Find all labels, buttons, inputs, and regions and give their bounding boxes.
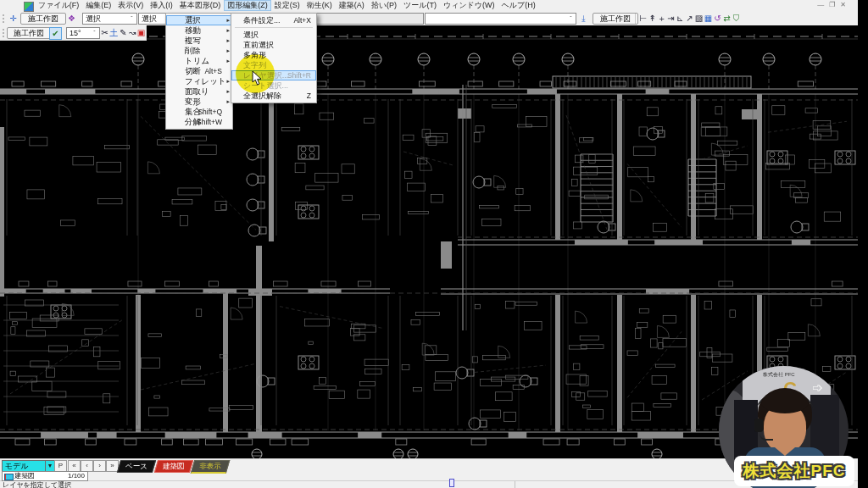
pin-icon[interactable]: ⤓: [578, 13, 589, 24]
submenu-arrow-icon: ▸: [226, 76, 230, 86]
menu-architecture[interactable]: 建築(A): [336, 0, 368, 11]
snap-midpoint-icon[interactable]: ↟: [648, 13, 657, 24]
menu-item-cut[interactable]: 切断Alt+S: [166, 66, 232, 76]
submenu-arrow-icon: ▸: [226, 15, 230, 25]
restore-button[interactable]: ❐: [829, 1, 840, 8]
layer-name-field[interactable]: [305, 13, 424, 25]
workflow-button-2[interactable]: 施工作図: [593, 13, 638, 25]
tab-hidden[interactable]: 非表示: [191, 460, 230, 474]
menu-items: ファイル(F)編集(E)表示(V)挿入(I)基本図形(D)図形編集(Z)設定(S…: [35, 0, 539, 11]
submenu-arrow-icon: ▸: [226, 46, 230, 56]
tab-architecture-drawing[interactable]: 建築図: [154, 460, 193, 473]
submenu-arrow-icon: ▸: [226, 86, 230, 97]
menu-insert[interactable]: 挿入(I): [147, 0, 176, 11]
menu-item-select[interactable]: 選択: [231, 30, 316, 40]
compass-icon[interactable]: ✛: [8, 13, 19, 24]
menu-tools[interactable]: ツール(T): [400, 0, 440, 11]
rotate-icon[interactable]: ↺: [713, 13, 722, 24]
layer-name: 建築図: [14, 472, 35, 480]
snap-perpendicular-icon[interactable]: ⊾: [676, 13, 685, 24]
menu-file[interactable]: ファイル(F): [35, 0, 82, 11]
submenu-arrow-icon: ▸: [226, 25, 230, 36]
hatch-icon[interactable]: ▨: [694, 13, 704, 24]
scissors-icon[interactable]: ✂: [100, 27, 109, 38]
tab-base[interactable]: ベース: [117, 460, 156, 473]
menu-item-copy[interactable]: 複写▸: [166, 36, 232, 46]
workflow-button-3[interactable]: 施工作図: [7, 27, 51, 39]
arrow-icon: ➩: [812, 380, 823, 396]
submenu-arrow-icon: ▸: [226, 36, 230, 46]
chevron-down-icon[interactable]: ˇ: [128, 14, 136, 24]
active-layer-panel[interactable]: 建築図 1/100: [2, 471, 88, 481]
pencil-icon[interactable]: ✎: [119, 27, 128, 38]
toolbar-separator: [635, 14, 636, 24]
menu-settings[interactable]: 設定(S): [271, 0, 303, 11]
layer-color-icon: [4, 474, 14, 480]
menu-item-deselect-all[interactable]: 全選択解除Z: [231, 91, 316, 101]
company-caption: 株式会社PFC: [734, 456, 854, 486]
page-button[interactable]: P: [54, 460, 67, 472]
prev-sheet-button[interactable]: ‹: [81, 460, 93, 472]
snap-intersection-icon[interactable]: ＋: [657, 13, 666, 24]
menu-sanitary[interactable]: 衛生(K): [303, 0, 336, 11]
menu-item-delete[interactable]: 削除▸: [166, 46, 232, 56]
menu-item-deform[interactable]: 変形▸: [166, 97, 232, 107]
chevron-down-icon[interactable]: ▼: [45, 461, 54, 471]
presenter-hair-fringe: [761, 391, 809, 413]
minimize-button[interactable]: —: [817, 1, 829, 8]
menu-item-chamfer[interactable]: 面取り▸: [166, 86, 232, 97]
menu-window[interactable]: ウィンドウ(W): [440, 0, 498, 11]
submenu-arrow-icon: ▸: [226, 97, 230, 107]
menu-basic-shapes[interactable]: 基本図形(D): [176, 0, 225, 11]
layer-scale: 1/100: [68, 472, 85, 480]
confirm-check-icon[interactable]: ✔: [49, 27, 62, 40]
next-sheet-button[interactable]: ›: [93, 460, 106, 472]
chevron-down-icon[interactable]: ˇ: [91, 28, 98, 38]
toolbar-grip[interactable]: [3, 14, 7, 23]
window-controls: —❐✕: [817, 1, 851, 8]
menu-item-explode[interactable]: 分解Shift+W: [166, 117, 232, 127]
ground-icon[interactable]: 土: [109, 27, 119, 38]
status-bar: レイヤを指定して選択: [0, 480, 858, 488]
snap-extension-icon[interactable]: ⇥: [666, 13, 676, 24]
menu-item-fillet[interactable]: フィレット▸: [166, 76, 232, 86]
swap-icon[interactable]: ⇄: [722, 13, 732, 24]
cad-drawing: [0, 25, 858, 458]
main-toolbar: ✛ 施工作図 ❖ 選択ˇ 選択 ˇ ⤓ 施工作図 ⊢ ↟ ＋ ⇥ ⊾ ↗ ▨ ▦…: [0, 12, 858, 26]
menu-help[interactable]: ヘルプ(H): [498, 0, 539, 11]
snap-endpoint-icon[interactable]: ⊢: [638, 13, 648, 24]
menu-view[interactable]: 表示(V): [114, 0, 147, 11]
palette-icon[interactable]: ❖: [66, 13, 77, 24]
menu-item-group[interactable]: 集合Shift+Q: [166, 107, 232, 117]
drawing-canvas[interactable]: [0, 25, 858, 458]
menu-item-trim[interactable]: トリム▸: [166, 56, 232, 66]
angle-combo[interactable]: 15°ˇ: [66, 27, 100, 39]
workflow-button[interactable]: 施工作図: [20, 13, 66, 25]
status-message: レイヤを指定して選択: [3, 481, 71, 488]
menu-bar: ファイル(F)編集(E)表示(V)挿入(I)基本図形(D)図形編集(Z)設定(S…: [0, 0, 858, 13]
app-icon: [24, 2, 34, 12]
menu-item-previous-select[interactable]: 直前選択: [231, 40, 316, 50]
menu-separator: [235, 27, 313, 28]
menu-shape-edit[interactable]: 図形編集(Z): [224, 0, 271, 11]
model-space-combo[interactable]: モデル▼: [2, 460, 55, 472]
close-button[interactable]: ✕: [840, 1, 851, 8]
measure-icon[interactable]: ⛉: [732, 13, 741, 24]
menu-item-condition-settings[interactable]: 条件設定...Alt+X: [231, 15, 316, 25]
snap-nearest-icon[interactable]: ↗: [685, 13, 694, 24]
headset-mic: [760, 430, 773, 441]
submenu-arrow-icon: ▸: [226, 56, 230, 66]
sheet-tabs: ベース建築図非表示: [119, 460, 230, 471]
menu-edit[interactable]: 編集(E): [82, 0, 114, 11]
chevron-down-icon[interactable]: ˇ: [567, 14, 575, 24]
select-mode-combo[interactable]: 選択ˇ: [82, 13, 137, 25]
menu-item-select[interactable]: 選択▸: [166, 15, 232, 25]
first-sheet-button[interactable]: «: [68, 460, 81, 472]
grid-icon[interactable]: ▦: [704, 13, 713, 24]
camera-icon[interactable]: ▣: [136, 27, 146, 38]
caption-text: 株式会社PFC: [743, 462, 846, 480]
angle-toolbar: 施工作図 ✔ 15°ˇ ✂ 土 ✎ ↝ ▣: [0, 25, 147, 41]
menu-item-move[interactable]: 移動▸: [166, 25, 232, 36]
search-combo[interactable]: ˇ: [425, 13, 576, 25]
menu-pickup[interactable]: 拾い(P): [368, 0, 400, 11]
